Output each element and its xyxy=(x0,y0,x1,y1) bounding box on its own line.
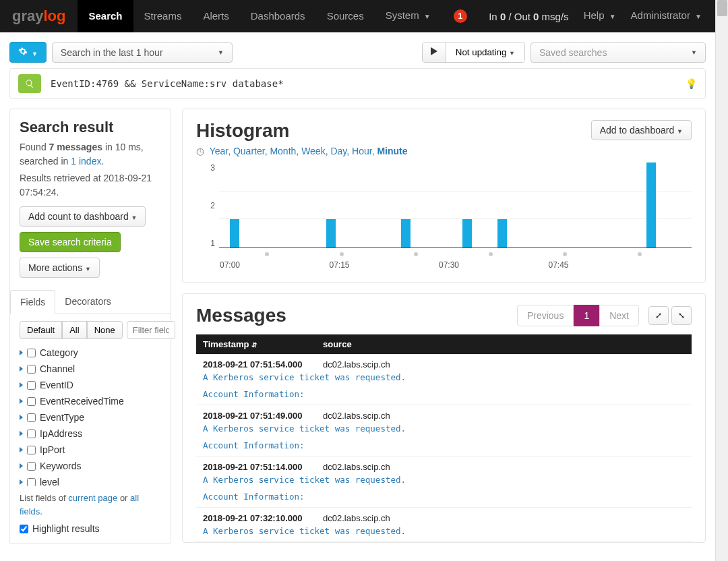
current-page-link[interactable]: current page xyxy=(68,493,117,503)
nav-dashboards[interactable]: Dashboards xyxy=(240,0,316,32)
time-range-label: Search in the last 1 hour xyxy=(61,47,163,58)
interval-month[interactable]: Month xyxy=(270,146,296,156)
field-item[interactable]: EventReceivedTime xyxy=(20,393,161,409)
table-header: Timestamp ⇵ source xyxy=(196,334,692,354)
expand-icon xyxy=(20,479,23,485)
msg-text: A Kerberos service ticket was requested. xyxy=(203,423,406,434)
saved-searches-dropdown[interactable]: Saved searches ▼ xyxy=(530,42,706,63)
msg-source: dc02.labs.scip.ch xyxy=(323,359,390,370)
scrollbar-thumb[interactable] xyxy=(717,0,727,16)
x-tick: 07:30 xyxy=(439,260,459,270)
lightbulb-icon[interactable]: 💡 xyxy=(686,78,697,89)
interval-week[interactable]: Week xyxy=(301,146,326,156)
chart-plot[interactable] xyxy=(219,163,692,248)
interval-hour[interactable]: Hour xyxy=(352,146,372,156)
th-timestamp[interactable]: Timestamp ⇵ xyxy=(203,339,323,349)
histogram-bar[interactable] xyxy=(326,219,336,247)
interval-day[interactable]: Day xyxy=(330,146,346,156)
search-input[interactable] xyxy=(51,78,676,89)
add-to-dashboard-button[interactable]: Add to dashboard ▼ xyxy=(591,120,692,140)
play-button[interactable] xyxy=(423,42,446,62)
nav-help[interactable]: Help ▼ xyxy=(584,0,616,33)
pager: Previous 1 Next xyxy=(517,305,639,326)
field-item[interactable]: IpPort xyxy=(20,442,161,458)
msg-text: A Kerberos service ticket was requested. xyxy=(203,372,406,382)
field-list[interactable]: CategoryChannelEventIDEventReceivedTimeE… xyxy=(20,345,161,486)
message-row[interactable]: 2018-09-21 07:51:49.000dc02.labs.scip.ch… xyxy=(196,405,692,456)
field-checkbox[interactable] xyxy=(27,446,36,454)
window-scrollbar[interactable] xyxy=(715,0,728,561)
field-checkbox[interactable] xyxy=(27,365,36,374)
histogram-bar[interactable] xyxy=(230,219,239,247)
expand-icon xyxy=(20,463,23,469)
filter-all[interactable]: All xyxy=(62,321,86,339)
filter-default[interactable]: Default xyxy=(20,321,62,339)
pager-current[interactable]: 1 xyxy=(574,305,599,326)
histogram-bar[interactable] xyxy=(646,163,656,247)
expand-button[interactable]: ⤢ xyxy=(648,306,669,325)
histogram-bar[interactable] xyxy=(462,219,472,247)
index-link[interactable]: 1 index xyxy=(71,156,101,167)
histogram-panel: Histogram ◷ Year, Quarter, Month, Week, … xyxy=(182,109,706,283)
field-checkbox[interactable] xyxy=(27,381,36,390)
field-item[interactable]: Keywords xyxy=(20,458,161,474)
field-checkbox[interactable] xyxy=(27,478,36,487)
field-checkbox[interactable] xyxy=(27,349,36,357)
main-content: Histogram ◷ Year, Quarter, Month, Week, … xyxy=(182,109,706,543)
msg-source: dc02.labs.scip.ch xyxy=(323,411,390,421)
field-name: EventType xyxy=(40,412,84,423)
histogram-chart: 3 2 1 07:0007:1507:3007:45 xyxy=(196,163,692,271)
tab-decorators[interactable]: Decorators xyxy=(55,290,120,314)
field-item[interactable]: Category xyxy=(20,345,161,361)
brand-logo[interactable]: graylog xyxy=(0,7,78,25)
pager-next[interactable]: Next xyxy=(599,305,639,326)
field-item[interactable]: IpAddress xyxy=(20,425,161,442)
save-criteria-button[interactable]: Save search criteria xyxy=(20,232,121,252)
nav-sources[interactable]: Sources xyxy=(316,0,375,32)
tab-fields[interactable]: Fields xyxy=(10,290,55,314)
nav-system-label: System xyxy=(386,9,419,21)
notification-badge[interactable]: 1 xyxy=(454,9,467,23)
field-item[interactable]: EventType xyxy=(20,409,161,425)
filter-none[interactable]: None xyxy=(87,321,123,339)
time-range-dropdown[interactable]: Search in the last 1 hour ▼ xyxy=(52,42,233,63)
caret-down-icon: ▼ xyxy=(424,13,431,20)
interval-quarter[interactable]: Quarter xyxy=(233,146,265,156)
add-count-dash-button[interactable]: Add count to dashboard ▼ xyxy=(20,206,146,227)
field-item[interactable]: level xyxy=(20,474,161,486)
field-checkbox[interactable] xyxy=(27,462,36,471)
more-actions-button[interactable]: More actions ▼ xyxy=(20,258,100,278)
histogram-bar[interactable] xyxy=(497,219,507,247)
field-name: EventID xyxy=(40,380,73,390)
y-axis: 3 2 1 xyxy=(196,163,219,248)
message-row[interactable]: 2018-09-21 07:51:54.000dc02.labs.scip.ch… xyxy=(196,354,692,405)
filter-field-input[interactable] xyxy=(127,321,175,339)
nav-alerts[interactable]: Alerts xyxy=(192,0,239,32)
collapse-button[interactable]: ⤡ xyxy=(671,306,692,325)
search-result-title: Search result xyxy=(20,119,161,136)
search-button[interactable] xyxy=(18,74,41,93)
options-button[interactable]: ▼ xyxy=(9,42,47,63)
msg-text: A Kerberos service ticket was requested. xyxy=(203,475,406,485)
nav-admin[interactable]: Administrator ▼ xyxy=(631,0,702,33)
nav-system[interactable]: System ▼ xyxy=(375,0,442,33)
highlight-checkbox[interactable] xyxy=(20,525,28,533)
histogram-bar[interactable] xyxy=(401,219,411,247)
nav-help-label: Help xyxy=(584,9,605,21)
field-item[interactable]: EventID xyxy=(20,377,161,393)
field-checkbox[interactable] xyxy=(27,430,36,438)
th-source[interactable]: source xyxy=(323,339,352,349)
pager-prev[interactable]: Previous xyxy=(517,305,574,326)
nav-streams[interactable]: Streams xyxy=(133,0,193,32)
field-checkbox[interactable] xyxy=(27,397,36,406)
message-row[interactable]: 2018-09-21 07:32:10.000dc02.labs.scip.ch… xyxy=(196,508,692,542)
interval-minute[interactable]: Minute xyxy=(377,146,407,156)
field-item[interactable]: Channel xyxy=(20,361,161,377)
interval-year[interactable]: Year xyxy=(210,146,229,156)
field-checkbox[interactable] xyxy=(27,413,36,422)
nav-search[interactable]: Search xyxy=(78,0,133,32)
update-dropdown[interactable]: Not updating ▼ xyxy=(446,42,524,62)
caret-down-icon: ▼ xyxy=(32,51,38,57)
message-row[interactable]: 2018-09-21 07:51:14.000dc02.labs.scip.ch… xyxy=(196,456,692,508)
msg-section: Account Information: xyxy=(203,492,305,502)
